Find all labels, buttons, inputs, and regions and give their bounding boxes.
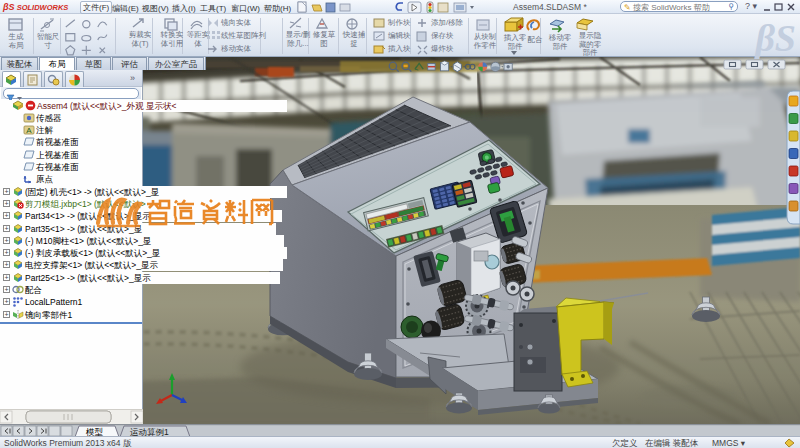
svg-text:A: A: [26, 126, 32, 135]
svg-text:模型: 模型: [85, 427, 104, 437]
svg-text:运动算例1: 运动算例1: [130, 427, 169, 437]
